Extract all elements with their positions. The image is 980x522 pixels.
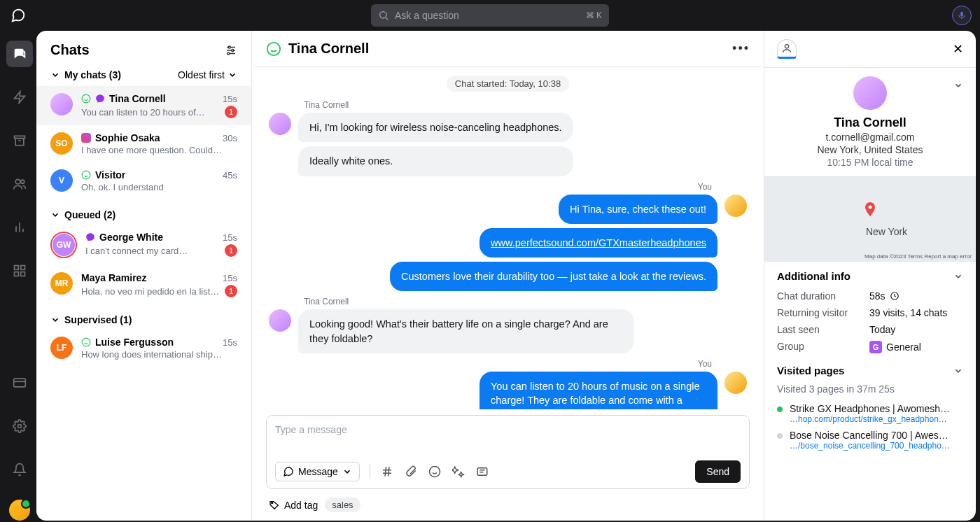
rail-user-avatar[interactable] xyxy=(9,500,30,521)
chat-item[interactable]: MR Maya Ramirez 15s Hola, no veo mi pedi… xyxy=(36,265,251,304)
visited-pages-header[interactable]: Visited pages xyxy=(764,356,976,382)
rail-archive-icon[interactable] xyxy=(6,127,33,154)
rail-settings-icon[interactable] xyxy=(6,413,33,439)
messenger-icon xyxy=(95,94,105,104)
convo-title: Tina Cornell xyxy=(288,41,369,57)
map-pin-icon xyxy=(862,201,878,218)
global-search[interactable]: Ask a question ⌘ K xyxy=(371,4,609,27)
chat-item[interactable]: SO Sophie Osaka 30s I have one more ques… xyxy=(36,125,251,162)
svg-point-8 xyxy=(21,180,24,183)
clock-icon xyxy=(890,291,899,301)
chat-item[interactable]: LF Luise Fergusson 15s How long does int… xyxy=(36,330,251,367)
chevron-down-icon[interactable] xyxy=(953,80,963,90)
info-row: Chat duration58s xyxy=(764,288,976,304)
sender-label: Tina Cornell xyxy=(304,100,747,110)
tag-pill[interactable]: sales xyxy=(325,498,360,512)
magic-icon[interactable] xyxy=(451,465,465,479)
message-out: www.perfectsound.com/GTXmasterheadphones xyxy=(479,228,718,258)
smile-icon xyxy=(81,94,91,104)
mic-icon xyxy=(957,10,967,20)
messages-scroll[interactable]: Chat started: Today, 10:38 Tina Cornell … xyxy=(252,67,764,409)
rail-reports-icon[interactable] xyxy=(6,214,33,241)
left-rail xyxy=(3,31,36,521)
search-placeholder: Ask a question xyxy=(395,10,459,21)
message-in: Ideally white ones. xyxy=(298,146,573,176)
more-menu[interactable]: ••• xyxy=(732,41,750,56)
instagram-icon xyxy=(81,133,91,143)
visited-summary: Visited 3 pages in 37m 25s xyxy=(764,382,976,400)
profile-section: Tina Cornell t.cornell@gmail.com New Yor… xyxy=(764,68,976,176)
chevron-down-icon xyxy=(227,70,237,80)
message-out: Hi Tina, sure, check these out! xyxy=(559,195,718,224)
rail-people-icon[interactable] xyxy=(6,171,33,197)
product-chat-icon xyxy=(8,6,28,25)
details-panel: ✕ Tina Cornell t.cornell@gmail.com New Y… xyxy=(764,31,976,521)
card-icon[interactable] xyxy=(475,465,489,479)
app-frame: Chats My chats (3) Oldest first xyxy=(0,31,980,521)
rail-billing-icon[interactable] xyxy=(6,369,33,396)
svg-rect-2 xyxy=(960,12,963,17)
avatar xyxy=(50,93,73,115)
info-row: Returning visitor39 visits, 14 chats xyxy=(764,304,976,321)
avatar: SO xyxy=(50,132,73,155)
svg-line-1 xyxy=(386,17,388,20)
svg-point-31 xyxy=(82,338,90,346)
voice-button[interactable] xyxy=(952,6,972,25)
svg-point-47 xyxy=(272,502,273,503)
chevron-down-icon xyxy=(50,315,60,325)
message-input[interactable] xyxy=(275,424,741,452)
message-type-dropdown[interactable]: Message xyxy=(275,462,360,481)
unread-badge: 1 xyxy=(225,285,237,297)
svg-point-34 xyxy=(267,42,280,55)
message-link[interactable]: www.perfectsound.com/GTXmasterheadphones xyxy=(491,237,706,248)
section-my-chats[interactable]: My chats (3) xyxy=(50,69,121,80)
tag-icon xyxy=(269,500,280,511)
person-tab-icon[interactable] xyxy=(777,39,797,59)
topbar: Ask a question ⌘ K xyxy=(0,0,980,31)
rail-apps-icon[interactable] xyxy=(6,258,33,284)
attachment-icon[interactable] xyxy=(404,465,418,479)
hash-icon[interactable] xyxy=(380,465,394,479)
svg-rect-15 xyxy=(15,272,19,276)
main-card: Chats My chats (3) Oldest first xyxy=(36,31,976,521)
section-supervised[interactable]: Supervised (1) xyxy=(36,304,251,330)
rail-bolt-icon[interactable] xyxy=(6,84,33,111)
svg-point-25 xyxy=(82,94,90,103)
rail-notifications-icon[interactable] xyxy=(6,456,33,483)
filter-icon[interactable] xyxy=(225,44,237,57)
message-in: Looking good! What's their battery life … xyxy=(298,309,634,353)
location-map[interactable]: New York Map data ©2023 Terms Report a m… xyxy=(764,176,976,262)
close-icon[interactable]: ✕ xyxy=(953,41,963,57)
profile-email: t.cornell@gmail.com xyxy=(777,132,963,143)
chat-item[interactable]: V Visitor 45s Oh, ok. I understand xyxy=(36,162,251,199)
rail-chats-icon[interactable] xyxy=(6,41,33,67)
unread-badge: 1 xyxy=(225,106,237,118)
tag-row: Add tag sales xyxy=(252,495,764,521)
svg-point-48 xyxy=(785,45,788,48)
profile-name: Tina Cornell xyxy=(777,115,963,130)
chats-header: Chats xyxy=(36,31,251,64)
avatar: MR xyxy=(50,272,73,295)
sender-label: Tina Cornell xyxy=(304,297,747,306)
message-out: Customers love their durability too — ju… xyxy=(390,262,718,291)
chat-item[interactable]: GW George White 15s I can't connect my c… xyxy=(36,225,251,265)
chat-item[interactable]: Tina Cornell 15s You can listen to 20 ho… xyxy=(36,86,251,125)
svg-point-7 xyxy=(15,179,20,184)
chat-bubble-icon xyxy=(283,466,294,477)
svg-line-39 xyxy=(385,467,386,477)
section-queued[interactable]: Queued (2) xyxy=(36,199,251,225)
profile-avatar xyxy=(853,76,887,110)
visited-page[interactable]: Strike GX Headphones | Awomesh……hop.com/… xyxy=(764,400,976,427)
emoji-icon[interactable] xyxy=(428,465,442,479)
add-tag-button[interactable]: Add tag xyxy=(269,500,318,511)
sort-dropdown[interactable]: Oldest first xyxy=(178,69,237,80)
message-out: You can listen to 20 hours of music on a… xyxy=(479,372,718,409)
chevron-down-icon xyxy=(50,70,60,80)
profile-location: New York, United States xyxy=(777,144,963,155)
visited-page[interactable]: Bose Noise Cancelling 700 | Aweso……/bose… xyxy=(764,427,976,453)
info-row: GroupGGeneral xyxy=(764,338,976,356)
send-button[interactable]: Send xyxy=(695,460,741,483)
svg-rect-12 xyxy=(15,266,19,270)
additional-info-header[interactable]: Additional info xyxy=(764,262,976,288)
svg-point-49 xyxy=(869,205,872,209)
